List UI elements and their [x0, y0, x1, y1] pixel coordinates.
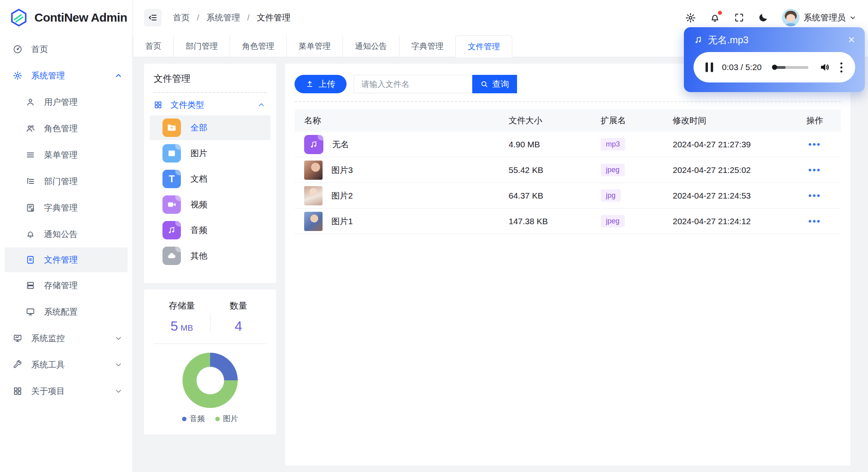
- row-actions-button[interactable]: •••: [808, 165, 821, 175]
- doc-file-icon: T: [162, 170, 181, 188]
- pause-button[interactable]: [706, 62, 713, 72]
- chevron-down-icon: [115, 335, 122, 342]
- breadcrumb-item[interactable]: 系统管理: [206, 12, 240, 23]
- search-group: 查询: [354, 75, 517, 93]
- seek-knob[interactable]: [772, 65, 777, 70]
- file-name[interactable]: 图片1: [331, 216, 353, 227]
- sidebar-item-label: 部门管理: [44, 176, 78, 187]
- video-file-icon: [162, 195, 181, 214]
- menu-fold-icon: [148, 13, 158, 22]
- sidebar-fold-button[interactable]: [144, 9, 162, 26]
- legend-item-audio[interactable]: 音频: [182, 414, 205, 424]
- file-type-audio[interactable]: 音频: [150, 218, 271, 243]
- row-actions-button[interactable]: •••: [808, 139, 821, 149]
- sidebar-item-home[interactable]: 首页: [0, 36, 132, 62]
- search-input[interactable]: [354, 75, 472, 93]
- users-icon: [26, 124, 35, 133]
- fullscreen-icon: [734, 12, 744, 23]
- moon-icon: [758, 12, 768, 23]
- file-type-image[interactable]: 图片: [150, 141, 271, 166]
- user-menu[interactable]: 系统管理员: [782, 9, 856, 26]
- sidebar-item-storage-mgmt[interactable]: 存储管理: [0, 272, 132, 299]
- file-type-video[interactable]: 视频: [150, 192, 271, 217]
- sidebar-item-user-mgmt[interactable]: 用户管理: [0, 89, 132, 115]
- sidebar-item-notice[interactable]: 通知公告: [0, 221, 132, 247]
- file-type-group[interactable]: 文件类型: [154, 95, 267, 114]
- count-stat: 数量 4: [210, 300, 267, 334]
- legend-item-image[interactable]: 图片: [215, 414, 238, 424]
- tab-home[interactable]: 首页: [133, 35, 174, 57]
- settings-button[interactable]: [685, 12, 696, 23]
- audio-file-icon: [304, 135, 323, 154]
- chevron-down-icon: [850, 14, 856, 21]
- ext-badge: jpeg: [601, 164, 625, 176]
- audio-player-popup: 无名.mp3 ✕ 0:03 / 5:20: [684, 27, 865, 92]
- sidebar-item-about[interactable]: 关于项目: [0, 378, 132, 404]
- sidebar-item-file-mgmt[interactable]: 文件管理: [5, 247, 128, 272]
- storage-unit: MB: [180, 323, 193, 332]
- app-logo[interactable]: ContiNew Admin: [0, 0, 132, 35]
- table-row[interactable]: 图片1 147.38 KB jpeg 2024-04-27 21:24:12 •…: [295, 209, 841, 234]
- user-name: 系统管理员: [804, 12, 846, 23]
- close-icon[interactable]: ✕: [848, 36, 855, 44]
- file-size: 64.37 KB: [505, 191, 597, 201]
- table-row[interactable]: 图片2 64.37 KB jpg 2024-04-27 21:24:53 •••: [295, 183, 841, 209]
- panel-title: 文件管理: [154, 72, 267, 85]
- file-type-all[interactable]: 全部: [150, 115, 271, 140]
- seek-bar[interactable]: [773, 66, 808, 69]
- table-row[interactable]: 图片3 55.42 KB jpeg 2024-04-27 21:25:02 ••…: [295, 157, 841, 183]
- storage-stat: 存储量 5MB: [154, 300, 210, 334]
- tab-file-active[interactable]: 文件管理: [456, 35, 512, 57]
- storage-label: 存储量: [154, 300, 210, 312]
- sidebar-item-sys-config[interactable]: 系统配置: [0, 299, 132, 325]
- query-button[interactable]: 查询: [472, 75, 517, 93]
- image-file-icon: [162, 144, 181, 163]
- file-name[interactable]: 图片3: [331, 165, 353, 176]
- sidebar-item-system[interactable]: 系统管理: [0, 62, 132, 89]
- sidebar-item-monitor[interactable]: 系统监控: [0, 325, 132, 351]
- tab-dept[interactable]: 部门管理: [174, 35, 230, 57]
- sidebar-item-role-mgmt[interactable]: 角色管理: [0, 115, 132, 142]
- breadcrumb-separator: /: [197, 13, 199, 22]
- upload-button[interactable]: 上传: [295, 75, 347, 93]
- more-options-button[interactable]: [840, 62, 843, 72]
- sidebar-item-label: 字典管理: [44, 202, 78, 213]
- upload-icon: [306, 80, 314, 88]
- tab-role[interactable]: 角色管理: [230, 35, 287, 57]
- file-type-doc[interactable]: T 文档: [150, 167, 271, 191]
- tab-dict[interactable]: 字典管理: [399, 35, 456, 57]
- sidebar-item-dept-mgmt[interactable]: 部门管理: [0, 168, 132, 195]
- file-size: 55.42 KB: [505, 165, 597, 175]
- row-actions-button[interactable]: •••: [808, 216, 821, 226]
- tab-menu[interactable]: 菜单管理: [287, 35, 343, 57]
- sidebar-item-dict-mgmt[interactable]: 字典管理: [0, 195, 132, 221]
- col-header-time: 修改时间: [669, 115, 789, 126]
- col-header-ops: 操作: [789, 115, 841, 126]
- row-actions-button[interactable]: •••: [808, 191, 821, 201]
- breadcrumb-item[interactable]: 首页: [173, 12, 190, 23]
- notifications-button[interactable]: [710, 12, 720, 23]
- audio-file-icon: [162, 221, 181, 239]
- dark-mode-button[interactable]: [758, 12, 768, 23]
- content-area: 文件管理 文件类型 全部: [133, 57, 868, 472]
- file-name[interactable]: 无名: [332, 139, 349, 150]
- music-note-icon: [694, 35, 703, 45]
- table-row[interactable]: 无名 4.90 MB mp3 2024-04-27 21:27:39 •••: [295, 132, 841, 157]
- dictionary-icon: [26, 203, 35, 213]
- fullscreen-button[interactable]: [734, 12, 744, 23]
- grid-icon: [13, 386, 22, 396]
- file-name[interactable]: 图片2: [331, 190, 353, 201]
- sidebar-item-menu-mgmt[interactable]: 菜单管理: [0, 142, 132, 168]
- image-thumbnail: [304, 186, 323, 205]
- file-size: 4.90 MB: [505, 140, 597, 149]
- sidebar-item-tools[interactable]: 系统工具: [0, 351, 132, 378]
- breadcrumb: 首页 / 系统管理 / 文件管理: [144, 9, 291, 26]
- notification-dot: [718, 11, 722, 15]
- sidebar-item-label: 通知公告: [44, 229, 78, 240]
- volume-button[interactable]: [820, 62, 831, 73]
- file-type-other[interactable]: 其他: [150, 243, 271, 268]
- audio-controls: 0:03 / 5:20: [694, 52, 855, 82]
- ext-badge: jpg: [601, 189, 621, 202]
- tab-notice[interactable]: 通知公告: [343, 35, 399, 57]
- sidebar-item-label: 系统监控: [31, 333, 65, 344]
